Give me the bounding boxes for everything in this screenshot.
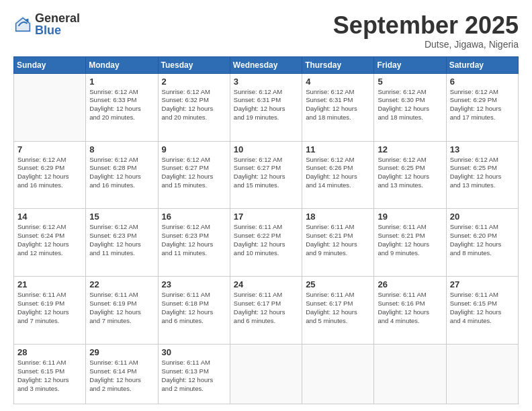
day-info: Sunrise: 6:11 AMSunset: 6:17 PMDaylight:… xyxy=(234,291,298,325)
table-row xyxy=(302,345,374,404)
col-tuesday: Tuesday xyxy=(158,56,230,73)
table-row: 28Sunrise: 6:11 AMSunset: 6:15 PMDayligh… xyxy=(14,345,86,404)
table-row: 9Sunrise: 6:12 AMSunset: 6:27 PMDaylight… xyxy=(158,141,230,209)
col-thursday: Thursday xyxy=(302,56,374,73)
table-row: 15Sunrise: 6:12 AMSunset: 6:23 PMDayligh… xyxy=(86,209,158,277)
day-info: Sunrise: 6:12 AMSunset: 6:27 PMDaylight:… xyxy=(234,156,298,190)
table-row: 3Sunrise: 6:12 AMSunset: 6:31 PMDaylight… xyxy=(230,73,302,141)
table-row: 6Sunrise: 6:12 AMSunset: 6:29 PMDaylight… xyxy=(446,73,518,141)
table-row: 13Sunrise: 6:12 AMSunset: 6:25 PMDayligh… xyxy=(446,141,518,209)
table-row: 5Sunrise: 6:12 AMSunset: 6:30 PMDaylight… xyxy=(374,73,446,141)
day-number: 6 xyxy=(450,77,515,87)
day-info: Sunrise: 6:11 AMSunset: 6:13 PMDaylight:… xyxy=(162,359,226,393)
calendar-table: Sunday Monday Tuesday Wednesday Thursday… xyxy=(13,56,519,404)
table-row: 29Sunrise: 6:11 AMSunset: 6:14 PMDayligh… xyxy=(86,345,158,404)
table-row xyxy=(230,345,302,404)
table-row: 24Sunrise: 6:11 AMSunset: 6:17 PMDayligh… xyxy=(230,277,302,345)
day-number: 16 xyxy=(162,212,226,222)
table-row xyxy=(374,345,446,404)
table-row: 11Sunrise: 6:12 AMSunset: 6:26 PMDayligh… xyxy=(302,141,374,209)
table-row: 1Sunrise: 6:12 AMSunset: 6:33 PMDaylight… xyxy=(86,73,158,141)
day-number: 18 xyxy=(306,212,370,222)
table-row: 7Sunrise: 6:12 AMSunset: 6:29 PMDaylight… xyxy=(14,141,86,209)
day-number: 17 xyxy=(234,212,298,222)
logo-blue-text: Blue xyxy=(35,24,80,36)
day-info: Sunrise: 6:12 AMSunset: 6:23 PMDaylight:… xyxy=(89,223,154,257)
day-number: 25 xyxy=(306,279,370,289)
col-monday: Monday xyxy=(86,56,158,73)
col-wednesday: Wednesday xyxy=(230,56,302,73)
logo-text: General Blue xyxy=(35,12,80,36)
day-number: 7 xyxy=(17,144,82,154)
logo: General Blue xyxy=(13,12,80,36)
day-info: Sunrise: 6:11 AMSunset: 6:21 PMDaylight:… xyxy=(306,223,370,257)
day-info: Sunrise: 6:12 AMSunset: 6:27 PMDaylight:… xyxy=(162,156,226,190)
table-row: 2Sunrise: 6:12 AMSunset: 6:32 PMDaylight… xyxy=(158,73,230,141)
calendar-header-row: Sunday Monday Tuesday Wednesday Thursday… xyxy=(14,56,519,73)
day-info: Sunrise: 6:11 AMSunset: 6:19 PMDaylight:… xyxy=(17,291,82,325)
day-number: 30 xyxy=(162,347,226,357)
day-number: 29 xyxy=(89,347,154,357)
table-row: 17Sunrise: 6:11 AMSunset: 6:22 PMDayligh… xyxy=(230,209,302,277)
day-info: Sunrise: 6:12 AMSunset: 6:28 PMDaylight:… xyxy=(89,156,154,190)
day-number: 3 xyxy=(234,77,298,87)
day-info: Sunrise: 6:11 AMSunset: 6:14 PMDaylight:… xyxy=(89,359,154,393)
day-number: 26 xyxy=(378,279,442,289)
table-row: 23Sunrise: 6:11 AMSunset: 6:18 PMDayligh… xyxy=(158,277,230,345)
table-row: 10Sunrise: 6:12 AMSunset: 6:27 PMDayligh… xyxy=(230,141,302,209)
day-number: 14 xyxy=(17,212,82,222)
location: Dutse, Jigawa, Nigeria xyxy=(333,39,519,50)
table-row: 14Sunrise: 6:12 AMSunset: 6:24 PMDayligh… xyxy=(14,209,86,277)
day-number: 15 xyxy=(89,212,154,222)
title-section: September 2025 Dutse, Jigawa, Nigeria xyxy=(333,12,519,50)
day-info: Sunrise: 6:12 AMSunset: 6:32 PMDaylight:… xyxy=(162,88,226,122)
day-info: Sunrise: 6:11 AMSunset: 6:18 PMDaylight:… xyxy=(162,291,226,325)
day-number: 10 xyxy=(234,144,298,154)
day-number: 19 xyxy=(378,212,442,222)
day-number: 12 xyxy=(378,144,442,154)
day-number: 4 xyxy=(306,77,370,87)
day-number: 13 xyxy=(450,144,515,154)
month-title: September 2025 xyxy=(333,12,519,39)
table-row xyxy=(446,345,518,404)
day-info: Sunrise: 6:12 AMSunset: 6:25 PMDaylight:… xyxy=(450,156,515,190)
day-number: 24 xyxy=(234,279,298,289)
day-info: Sunrise: 6:11 AMSunset: 6:19 PMDaylight:… xyxy=(89,291,154,325)
day-info: Sunrise: 6:12 AMSunset: 6:26 PMDaylight:… xyxy=(306,156,370,190)
day-number: 11 xyxy=(306,144,370,154)
day-number: 28 xyxy=(17,347,82,357)
day-info: Sunrise: 6:11 AMSunset: 6:15 PMDaylight:… xyxy=(450,291,515,325)
table-row: 22Sunrise: 6:11 AMSunset: 6:19 PMDayligh… xyxy=(86,277,158,345)
table-row: 25Sunrise: 6:11 AMSunset: 6:17 PMDayligh… xyxy=(302,277,374,345)
day-number: 1 xyxy=(89,77,154,87)
header: General Blue September 2025 Dutse, Jigaw… xyxy=(13,12,519,50)
day-info: Sunrise: 6:12 AMSunset: 6:25 PMDaylight:… xyxy=(378,156,442,190)
col-friday: Friday xyxy=(374,56,446,73)
col-sunday: Sunday xyxy=(14,56,86,73)
table-row: 27Sunrise: 6:11 AMSunset: 6:15 PMDayligh… xyxy=(446,277,518,345)
day-info: Sunrise: 6:11 AMSunset: 6:22 PMDaylight:… xyxy=(234,223,298,257)
day-info: Sunrise: 6:12 AMSunset: 6:33 PMDaylight:… xyxy=(89,88,154,122)
day-number: 2 xyxy=(162,77,226,87)
day-number: 23 xyxy=(162,279,226,289)
day-number: 22 xyxy=(89,279,154,289)
day-number: 9 xyxy=(162,144,226,154)
day-info: Sunrise: 6:11 AMSunset: 6:20 PMDaylight:… xyxy=(450,223,515,257)
day-info: Sunrise: 6:12 AMSunset: 6:31 PMDaylight:… xyxy=(306,88,370,122)
table-row: 8Sunrise: 6:12 AMSunset: 6:28 PMDaylight… xyxy=(86,141,158,209)
day-info: Sunrise: 6:11 AMSunset: 6:17 PMDaylight:… xyxy=(306,291,370,325)
table-row: 19Sunrise: 6:11 AMSunset: 6:21 PMDayligh… xyxy=(374,209,446,277)
table-row xyxy=(14,73,86,141)
day-info: Sunrise: 6:12 AMSunset: 6:29 PMDaylight:… xyxy=(450,88,515,122)
table-row: 26Sunrise: 6:11 AMSunset: 6:16 PMDayligh… xyxy=(374,277,446,345)
table-row: 20Sunrise: 6:11 AMSunset: 6:20 PMDayligh… xyxy=(446,209,518,277)
day-number: 20 xyxy=(450,212,515,222)
day-number: 8 xyxy=(89,144,154,154)
day-number: 21 xyxy=(17,279,82,289)
day-info: Sunrise: 6:12 AMSunset: 6:29 PMDaylight:… xyxy=(17,156,82,190)
table-row: 30Sunrise: 6:11 AMSunset: 6:13 PMDayligh… xyxy=(158,345,230,404)
table-row: 18Sunrise: 6:11 AMSunset: 6:21 PMDayligh… xyxy=(302,209,374,277)
logo-icon xyxy=(13,15,32,34)
col-saturday: Saturday xyxy=(446,56,518,73)
day-info: Sunrise: 6:11 AMSunset: 6:15 PMDaylight:… xyxy=(17,359,82,393)
